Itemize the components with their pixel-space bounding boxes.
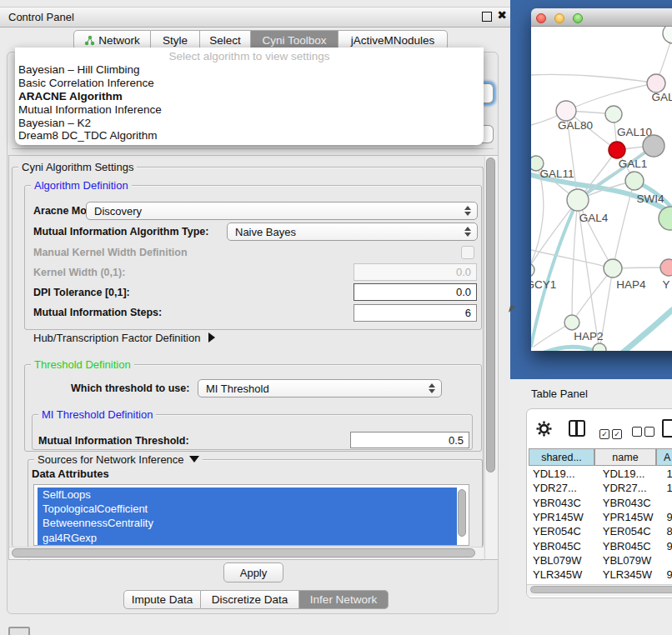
- gear-icon[interactable]: [536, 421, 552, 437]
- network-node[interactable]: [663, 27, 672, 43]
- network-node-hap2[interactable]: [564, 315, 579, 330]
- dpi-tolerance-field[interactable]: 0.0: [354, 283, 477, 301]
- close-icon[interactable]: ✖: [495, 7, 509, 23]
- algorithm-option[interactable]: ARACNE Algorithm: [15, 90, 484, 103]
- algorithm-option[interactable]: Mutual Information Inference: [15, 102, 484, 116]
- table-row[interactable]: YBL079WYBL079W: [529, 553, 672, 568]
- which-threshold-value: MI Threshold: [206, 382, 269, 395]
- file-icon[interactable]: [662, 419, 672, 438]
- network-node-hap4[interactable]: [604, 259, 622, 278]
- algorithm-option[interactable]: Bayesian – K2: [15, 116, 484, 129]
- algorithm-option[interactable]: Dream8 DC_TDC Algorithm: [15, 129, 484, 142]
- node-label: GCY1: [531, 278, 556, 291]
- table-body: YDL19...YDL19...13 YDR27...YDR27...12 YB…: [529, 467, 672, 584]
- column-header-name[interactable]: name: [594, 448, 656, 466]
- network-node-gal1[interactable]: [609, 142, 625, 158]
- select-all-icon[interactable]: ✓✓: [599, 425, 622, 440]
- network-node-swi4[interactable]: [659, 207, 672, 230]
- hub-definition-toggle[interactable]: Hub/Transcription Factor Definition: [33, 332, 215, 344]
- mi-algorithm-type-select[interactable]: Naive Bayes: [227, 222, 478, 241]
- collapsed-arrow-icon: [208, 332, 215, 342]
- zoom-traffic-icon[interactable]: [573, 13, 583, 23]
- node-label: GAL1: [619, 158, 648, 170]
- network-edge[interactable]: [531, 250, 613, 268]
- network-node[interactable]: [625, 172, 644, 190]
- network-node-gal10[interactable]: [605, 106, 622, 122]
- network-node-gal[interactable]: [647, 74, 665, 92]
- list-scrollbar-thumb[interactable]: [458, 489, 466, 537]
- network-edge[interactable]: [578, 200, 613, 268]
- table-row[interactable]: YPR145WYPR145W9.: [529, 510, 672, 524]
- table-row[interactable]: YDR27...YDR27...12: [529, 481, 672, 495]
- deselect-all-icon[interactable]: [632, 425, 654, 440]
- table-panel: Table Panel ✓✓: [510, 379, 672, 635]
- close-traffic-icon[interactable]: [536, 13, 546, 23]
- table-horizontal-scrollbar-thumb[interactable]: [530, 586, 672, 593]
- float-window-icon[interactable]: [482, 12, 492, 22]
- tab-discretize-data[interactable]: Discretize Data: [201, 590, 299, 609]
- combo-spinner-icon: [464, 227, 471, 237]
- network-edge[interactable]: [600, 310, 672, 351]
- network-node[interactable]: [593, 343, 606, 351]
- table-row[interactable]: YLR345WYLR345W9.: [529, 568, 672, 582]
- tab-label: Style: [163, 34, 188, 47]
- tab-impute-data[interactable]: Impute Data: [123, 590, 201, 609]
- mi-threshold-field[interactable]: 0.5: [350, 432, 469, 448]
- network-node-gcy1[interactable]: [531, 263, 534, 277]
- tab-label: jActiveMNodules: [351, 34, 435, 47]
- network-icon: [84, 35, 95, 46]
- sources-toggle[interactable]: Sources for Network Inference: [34, 453, 203, 466]
- tab-label: Cyni Toolbox: [262, 34, 326, 47]
- group-title: MI Threshold Definition: [38, 408, 156, 421]
- horizontal-scrollbar-thumb[interactable]: [12, 548, 475, 558]
- network-node-y[interactable]: [660, 259, 672, 276]
- node-label: HAP2: [574, 330, 603, 342]
- table-row[interactable]: YBR043CYBR043C: [529, 496, 672, 510]
- network-node-gal4[interactable]: [567, 189, 589, 211]
- network-edge[interactable]: [531, 74, 656, 83]
- data-attribute-option[interactable]: BetweennessCentrality: [38, 516, 457, 530]
- aracne-mode-select[interactable]: Discovery: [86, 202, 478, 220]
- table-row[interactable]: YBR045CYBR045C9.: [529, 538, 672, 552]
- table-row[interactable]: YDL19...YDL19...13: [529, 467, 672, 481]
- network-window[interactable]: GALGAL80GAL10GAL1GAL11SWI4GAL4GCY1HAP4YH…: [531, 8, 672, 351]
- network-node[interactable]: [643, 135, 664, 157]
- screen: Control Panel ✖ Network Style Select Cyn…: [0, 0, 672, 635]
- dpi-tolerance-label: DPI Tolerance [0,1]:: [33, 287, 130, 298]
- mi-steps-label: Mutual Information Steps:: [33, 307, 162, 318]
- algorithm-option[interactable]: Bayesian – Hill Climbing: [15, 63, 484, 77]
- network-edge[interactable]: [572, 200, 578, 322]
- node-label: Y: [662, 278, 669, 291]
- vertical-scrollbar-thumb[interactable]: [486, 158, 495, 472]
- network-canvas[interactable]: GALGAL80GAL10GAL1GAL11SWI4GAL4GCY1HAP4YH…: [531, 27, 672, 351]
- column-header-partial[interactable]: A: [656, 448, 672, 466]
- node-label: GAL80: [558, 119, 593, 132]
- mi-threshold-label: Mutual Information Threshold:: [38, 435, 189, 447]
- network-node-gal80[interactable]: [556, 101, 576, 121]
- network-window-titlebar[interactable]: [531, 8, 672, 27]
- column-header-shared[interactable]: shared...: [529, 448, 594, 466]
- network-edge[interactable]: [572, 268, 613, 322]
- combo-spinner-icon: [429, 383, 435, 393]
- kernel-width-field: 0.0: [354, 263, 477, 281]
- data-attribute-option[interactable]: SelfLoops: [38, 488, 457, 502]
- tab-infer-network[interactable]: Infer Network: [299, 590, 389, 609]
- data-attribute-option[interactable]: gal4RGexp: [38, 531, 457, 545]
- table-panel-title: Table Panel: [531, 388, 588, 400]
- algorithm-option[interactable]: Basic Correlation Inference: [15, 77, 484, 90]
- network-edge[interactable]: [531, 347, 594, 351]
- manual-kernel-checkbox[interactable]: [461, 246, 474, 259]
- minimize-traffic-icon[interactable]: [554, 13, 564, 23]
- manual-kernel-label: Manual Kernel Width Definition: [33, 247, 188, 258]
- split-columns-icon[interactable]: [569, 420, 585, 437]
- dropdown-placeholder: Select algorithm to view settings: [15, 50, 484, 62]
- mi-threshold-value: 0.5: [449, 434, 464, 447]
- mi-steps-field[interactable]: 6: [354, 304, 477, 322]
- partial-icon[interactable]: [8, 627, 30, 635]
- aracne-mode-value: Discovery: [94, 205, 142, 218]
- data-attribute-option[interactable]: TopologicalCoefficient: [38, 502, 457, 516]
- table-row[interactable]: YER054CYER054C8.: [529, 524, 672, 538]
- which-threshold-select[interactable]: MI Threshold: [198, 379, 442, 398]
- apply-button[interactable]: Apply: [223, 562, 283, 582]
- data-attributes-list[interactable]: SelfLoopsTopologicalCoefficientBetweenne…: [33, 484, 469, 546]
